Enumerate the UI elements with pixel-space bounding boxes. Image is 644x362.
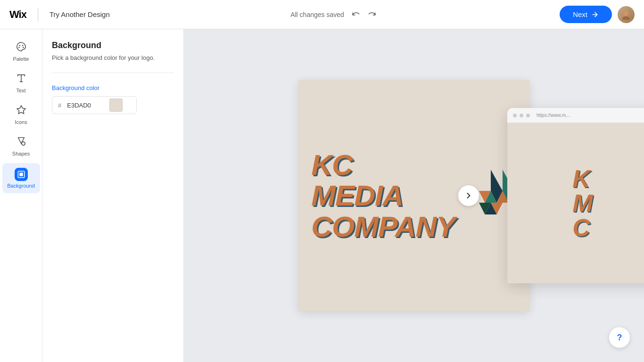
sidebar-item-text[interactable]: Text xyxy=(2,68,40,98)
next-button[interactable]: Next xyxy=(560,6,612,23)
logo-preview-card: KC MEDIA COMPANY xyxy=(298,80,529,311)
logo-text-block: KC MEDIA COMPANY xyxy=(311,149,455,241)
wix-logo: Wix xyxy=(9,8,26,21)
browser-dot-3 xyxy=(526,114,530,117)
logo-line-3: COMPANY xyxy=(311,211,455,242)
browser-bar: https://www.m... xyxy=(507,108,644,123)
carousel-next-button[interactable] xyxy=(458,185,479,206)
svg-point-1 xyxy=(622,16,630,19)
help-button[interactable]: ? xyxy=(609,327,630,348)
palette-icon xyxy=(16,41,26,54)
svg-point-4 xyxy=(18,47,20,48)
undo-redo-group xyxy=(349,8,379,22)
shapes-icon xyxy=(16,136,26,149)
svg-rect-9 xyxy=(19,173,23,176)
page-title: Try Another Design xyxy=(50,10,110,18)
saved-status: All changes saved xyxy=(290,11,344,18)
text-icon xyxy=(16,73,26,86)
browser-dot-2 xyxy=(520,114,523,117)
browser-url: https://www.m... xyxy=(537,113,570,118)
svg-marker-10 xyxy=(491,170,503,191)
svg-point-2 xyxy=(19,45,20,46)
svg-point-5 xyxy=(23,47,24,48)
icons-label: Icons xyxy=(15,119,27,125)
svg-point-7 xyxy=(21,142,25,145)
svg-point-3 xyxy=(22,45,23,46)
panel-subtitle: Pick a background color for your logo. xyxy=(52,54,174,61)
sidebar-nav: Palette Text Icons xyxy=(0,29,42,362)
user-avatar[interactable] xyxy=(618,6,635,23)
header-divider xyxy=(38,8,38,21)
logo-line-2: MEDIA xyxy=(311,180,455,211)
browser-content: KMC xyxy=(507,123,644,283)
browser-logo-text: KMC xyxy=(572,166,593,240)
svg-point-0 xyxy=(624,11,628,16)
top-header: Wix Try Another Design All changes saved… xyxy=(0,0,644,29)
browser-dot-1 xyxy=(513,114,517,117)
next-button-label: Next xyxy=(573,10,587,18)
color-swatch[interactable] xyxy=(109,99,123,112)
color-section-label: Background color xyxy=(52,84,174,91)
star-icon xyxy=(16,105,26,117)
palette-label: Palette xyxy=(13,56,29,62)
logo-content: KC MEDIA COMPANY xyxy=(311,149,516,241)
panel-title: Background xyxy=(52,41,174,50)
svg-marker-6 xyxy=(17,106,25,114)
sidebar-item-icons[interactable]: Icons xyxy=(2,100,40,130)
sidebar-item-background[interactable]: Background xyxy=(2,163,40,193)
browser-mockup: https://www.m... KMC xyxy=(507,108,644,283)
header-right-group: Next xyxy=(560,6,635,23)
canvas-area: KC MEDIA COMPANY xyxy=(184,29,644,362)
header-center: All changes saved xyxy=(110,8,560,22)
settings-panel: Background Pick a background color for y… xyxy=(42,29,184,362)
text-label: Text xyxy=(16,88,25,93)
sidebar-item-palette[interactable]: Palette xyxy=(2,37,40,66)
shapes-label: Shapes xyxy=(12,151,30,156)
background-label: Background xyxy=(7,183,35,189)
panel-divider xyxy=(52,73,174,73)
sidebar-item-shapes[interactable]: Shapes xyxy=(2,132,40,161)
main-layout: Palette Text Icons xyxy=(0,29,644,362)
hex-color-input[interactable] xyxy=(65,98,107,113)
color-input-row: # xyxy=(52,96,137,114)
redo-button[interactable] xyxy=(365,8,379,22)
background-icon xyxy=(15,168,28,181)
header-logo-group: Wix Try Another Design xyxy=(9,8,110,21)
logo-line-1: KC xyxy=(311,149,455,180)
undo-button[interactable] xyxy=(349,8,363,22)
hash-symbol: # xyxy=(52,98,65,113)
